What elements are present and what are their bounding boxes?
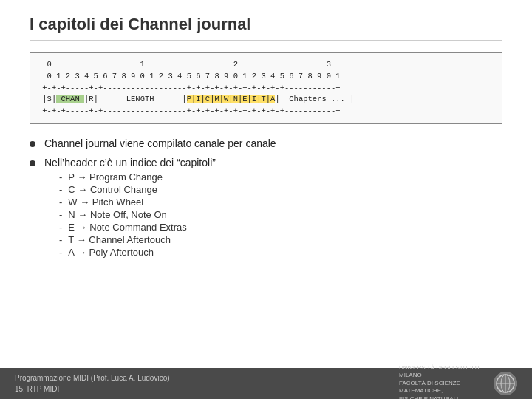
sub-item-n: - N → Note Off, Note On xyxy=(59,209,216,220)
footer-logo-area: UNIVERSITÀ DEGLI STUDI DI MILANOFACOLTÀ … xyxy=(399,364,517,399)
sub-item-p: - P → Program Change xyxy=(59,171,216,183)
university-logo xyxy=(494,372,517,395)
footer-text: Programmazione MIDI (Prof. Luca A. Ludov… xyxy=(15,372,170,395)
bullet-section-2: Nell’header c’è un indice dei “capitoli”… xyxy=(30,157,502,259)
footer-line1: Programmazione MIDI (Prof. Luca A. Ludov… xyxy=(15,372,170,383)
bullet-dot-2 xyxy=(30,160,35,166)
diagram-line-2: 0 1 2 3 4 5 6 7 8 9 0 1 2 3 4 5 6 7 8 9 … xyxy=(38,71,494,83)
page-title: I capitoli dei Channel journal xyxy=(30,15,502,41)
bullet-item-1: Channel journal viene compilato canale p… xyxy=(30,137,502,149)
bullet-section-1: Channel journal viene compilato canale p… xyxy=(30,137,502,149)
bullet-item-2-content: Nell’header c’è un indice dei “capitoli”… xyxy=(44,157,216,259)
main-content: I capitoli dei Channel journal 0 1 2 3 0… xyxy=(0,0,532,274)
bullet-text-1: Channel journal viene compilato canale p… xyxy=(44,137,276,149)
diagram-box: 0 1 2 3 0 1 2 3 4 5 6 7 8 9 0 1 2 3 4 5 … xyxy=(30,52,502,124)
bullet-dot-1 xyxy=(30,141,35,147)
diagram-line-3: +-+-+-----+-+------------------+-+-+-+-+… xyxy=(38,83,494,95)
bullet-item-2: Nell’header c’è un indice dei “capitoli”… xyxy=(30,157,502,259)
diagram-line-4: |S| CHAN |R| LENGTH |P|I|C|M|W|N|E|I|T|A… xyxy=(38,94,494,106)
sub-item-t: - T → Channel Aftertouch xyxy=(59,234,216,245)
diagram-line-1: 0 1 2 3 xyxy=(38,59,494,71)
footer: Programmazione MIDI (Prof. Luca A. Ludov… xyxy=(0,368,532,399)
sub-list: - P → Program Change - C → Control Chang… xyxy=(59,171,216,258)
sub-item-w: - W → Pitch Wheel xyxy=(59,197,216,208)
sub-item-e: - E → Note Command Extras xyxy=(59,222,216,233)
footer-line2: 15. RTP MIDI xyxy=(15,383,170,395)
sub-item-a: - A → Poly Aftertouch xyxy=(59,247,216,258)
sub-item-c: - C → Control Change xyxy=(59,184,216,195)
bullet-text-2: Nell’header c’è un indice dei “capitoli” xyxy=(44,157,216,168)
footer-logo-text: UNIVERSITÀ DEGLI STUDI DI MILANOFACOLTÀ … xyxy=(399,364,488,399)
diagram-line-5: +-+-+-----+-+------------------+-+-+-+-+… xyxy=(38,106,494,117)
